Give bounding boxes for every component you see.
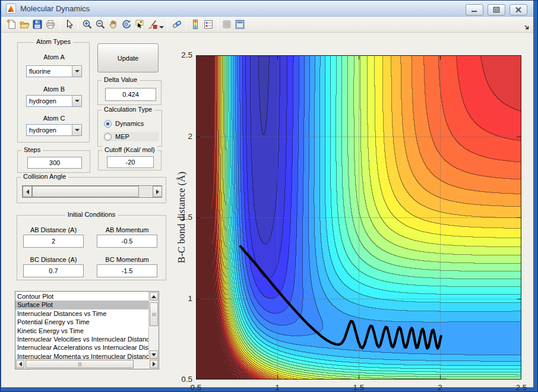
- data-cursor-icon[interactable]: [133, 18, 146, 31]
- insert-legend-icon[interactable]: [202, 18, 215, 31]
- toolbar-separator: [217, 18, 218, 30]
- x-tick-label: 2.5: [509, 383, 533, 392]
- toolbar-separator: [167, 18, 168, 30]
- insert-colorbar-icon[interactable]: [189, 18, 202, 31]
- new-document-icon[interactable]: [5, 18, 18, 31]
- link-plots-icon[interactable]: [170, 18, 183, 31]
- window-title: Molecular Dynamics: [20, 4, 90, 13]
- brush-dropdown-caret[interactable]: [159, 26, 164, 29]
- toolbar-separator: [59, 18, 60, 30]
- toolbar-overflow-arrow[interactable]: [524, 22, 530, 33]
- y-tick-label: 2: [172, 132, 192, 141]
- pan-hand-icon[interactable]: [107, 18, 120, 31]
- y-tick-label: 0.5: [172, 375, 192, 384]
- x-tick-label: 0.5: [184, 383, 208, 392]
- x-tick-label: 2: [428, 383, 452, 392]
- matlab-app-icon: [6, 4, 16, 14]
- y-tick-label: 1: [172, 294, 192, 303]
- toolbar-separator: [186, 18, 186, 30]
- figure-toolbar: [1, 17, 533, 33]
- x-tick-label: 1.5: [347, 383, 371, 392]
- contour-plot-canvas[interactable]: [196, 55, 521, 380]
- close-button[interactable]: [509, 4, 527, 15]
- plot-area: A-B bond distance (Å) B-C bond distance …: [1, 33, 533, 387]
- toolbar-separator: [78, 18, 78, 30]
- title-bar: Molecular Dynamics: [1, 1, 533, 17]
- minimize-button[interactable]: [466, 4, 483, 15]
- figure-client-area: Atom Types Atom A fluorine Atom B hydrog…: [1, 17, 533, 387]
- app-window: Molecular Dynamics: [0, 0, 538, 392]
- brush-icon[interactable]: [146, 18, 159, 31]
- disabled-tool-icon: [220, 18, 233, 31]
- restore-button[interactable]: [488, 4, 505, 15]
- zoom-in-icon[interactable]: [81, 18, 94, 31]
- y-tick-label: 1.5: [172, 213, 192, 222]
- zoom-out-icon[interactable]: [94, 18, 107, 31]
- save-icon[interactable]: [31, 18, 44, 31]
- x-tick-label: 1: [265, 383, 289, 392]
- rotate-3d-icon[interactable]: [120, 18, 133, 31]
- open-folder-icon[interactable]: [18, 18, 31, 31]
- print-icon[interactable]: [44, 18, 57, 31]
- y-tick-label: 2.5: [172, 50, 192, 59]
- edit-cursor-icon[interactable]: [62, 18, 75, 31]
- dock-figure-icon[interactable]: [233, 18, 246, 31]
